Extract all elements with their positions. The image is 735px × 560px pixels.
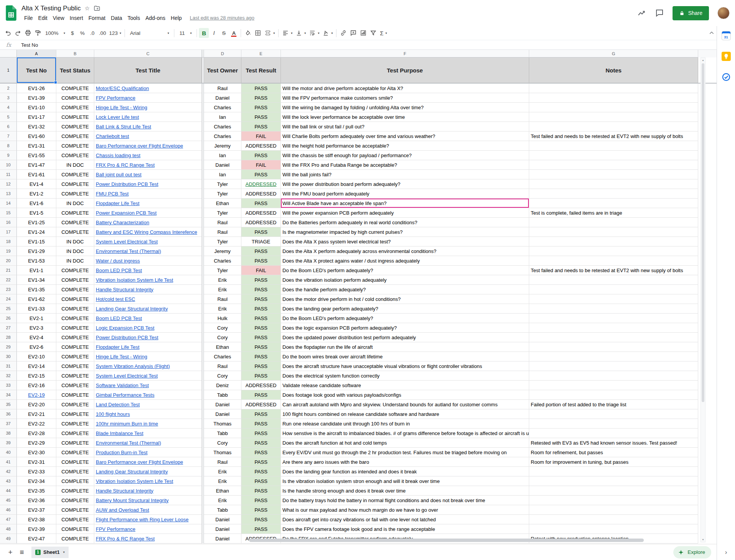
row-header-28[interactable]: 28 <box>0 333 17 342</box>
menu-help[interactable]: Help <box>168 15 185 21</box>
create-filter-button[interactable] <box>368 28 378 38</box>
cell-B19[interactable]: IN DOC <box>56 246 94 256</box>
row-header-39[interactable]: 39 <box>0 438 17 448</box>
cell-F3[interactable]: Will the FPV performance make customers … <box>281 93 529 103</box>
cell-C21[interactable]: Boom LED PCB Test <box>94 266 202 275</box>
insert-comment-button[interactable] <box>348 28 358 38</box>
cell-G48[interactable] <box>529 524 698 534</box>
cell-D25[interactable]: Erik <box>204 304 241 314</box>
print-button[interactable] <box>23 28 33 38</box>
cell-D11[interactable]: Ian <box>204 170 241 179</box>
cell-G16[interactable] <box>529 218 698 227</box>
row-header-20[interactable]: 20 <box>0 256 17 266</box>
cell-E38[interactable]: PASS <box>241 429 281 438</box>
cell-G4[interactable] <box>529 103 698 112</box>
user-avatar[interactable] <box>717 7 730 19</box>
row-header-33[interactable]: 33 <box>0 381 17 390</box>
row-header-7[interactable]: 7 <box>0 131 17 141</box>
cell-E7[interactable]: FAIL <box>241 131 281 141</box>
cell-D13[interactable]: Tyler <box>204 189 241 199</box>
cell-C26[interactable]: Boom LED PCB Test <box>94 314 202 323</box>
row-header-5[interactable]: 5 <box>0 112 17 122</box>
cell-B3[interactable]: COMPLETE <box>56 93 94 103</box>
cell-G14[interactable] <box>529 199 698 208</box>
menu-file[interactable]: File <box>21 15 36 21</box>
cell-C16[interactable]: Battery Characterization <box>94 218 202 227</box>
cell-C4[interactable]: Hinge Life Test - Wiring <box>94 103 202 112</box>
cell-D8[interactable]: Jeremy <box>204 141 241 151</box>
cell-A46[interactable]: EV2-37 <box>17 505 56 515</box>
cell-D12[interactable]: Tyler <box>204 179 241 189</box>
cell-G27[interactable] <box>529 323 698 333</box>
cell-B18[interactable]: IN DOC <box>56 237 94 246</box>
column-header-A[interactable]: A <box>17 50 56 57</box>
cell-C19[interactable]: Environmental Test (Thermal) <box>94 246 202 256</box>
row-header-16[interactable]: 16 <box>0 218 17 227</box>
cell-D5[interactable]: Ian <box>204 112 241 122</box>
cell-F24[interactable]: Does the motor drive perform in hot / co… <box>281 294 529 304</box>
cell-A17[interactable]: EV1-24 <box>17 227 56 237</box>
cell-E27[interactable]: PASS <box>241 323 281 333</box>
cell-F23[interactable]: Does the handle perform adequately? <box>281 285 529 294</box>
text-color-button[interactable]: A <box>229 28 239 38</box>
cell-D28[interactable]: Cory <box>204 333 241 342</box>
cell-B22[interactable]: COMPLETE <box>56 275 94 285</box>
cell-B45[interactable]: COMPLETE <box>56 496 94 505</box>
sheets-logo-icon[interactable] <box>5 5 18 21</box>
cell-E37[interactable]: PASS <box>241 419 281 429</box>
cell-B25[interactable]: COMPLETE <box>56 304 94 314</box>
cell-B38[interactable]: COMPLETE <box>56 429 94 438</box>
cell-B26[interactable]: COMPLETE <box>56 314 94 323</box>
row-header-8[interactable]: 8 <box>0 141 17 151</box>
menu-insert[interactable]: Insert <box>67 15 86 21</box>
cell-F9[interactable]: Will the chassis be stiff enough for pay… <box>281 151 529 160</box>
cell-A40[interactable]: EV2-30 <box>17 448 56 457</box>
cell-C37[interactable]: 100hr minimum Burn in time <box>94 419 202 429</box>
cell-E14[interactable]: PASS <box>241 199 281 208</box>
cell-C42[interactable]: Landing Gear Structural Integrity <box>94 467 202 476</box>
cell-B35[interactable]: COMPLETE <box>56 400 94 409</box>
comment-history-icon[interactable] <box>655 8 664 18</box>
cell-E18[interactable]: TRIAGE <box>241 237 281 246</box>
cell-C38[interactable]: Blade Imbalance Test <box>94 429 202 438</box>
cell-E11[interactable]: PASS <box>241 170 281 179</box>
cell-A39[interactable]: EV2-29 <box>17 438 56 448</box>
cell-D32[interactable]: Cory <box>204 371 241 381</box>
tasks-icon[interactable] <box>721 72 731 82</box>
cell-G1[interactable]: Notes <box>529 57 698 83</box>
cell-E48[interactable]: PASS <box>241 524 281 534</box>
cell-F16[interactable]: Do the Batteries perform adequately in r… <box>281 218 529 227</box>
cell-D26[interactable]: Hulk <box>204 314 241 323</box>
cell-A45[interactable]: EV2-36 <box>17 496 56 505</box>
cell-G39[interactable]: Retested with EV3 as EV5 had known senso… <box>529 438 698 448</box>
cell-D42[interactable]: Erik <box>204 467 241 476</box>
row-header-42[interactable]: 42 <box>0 467 17 476</box>
text-wrap-button[interactable]: ▾ <box>307 28 321 38</box>
cell-B1[interactable]: Test Status <box>56 57 94 83</box>
fill-color-button[interactable] <box>243 28 253 38</box>
cell-D3[interactable]: Daniel <box>204 93 241 103</box>
undo-button[interactable] <box>3 28 13 38</box>
cell-F46[interactable]: What is our max payload and how much mar… <box>281 505 529 515</box>
cell-F4[interactable]: Will the wiring be damaged by folding / … <box>281 103 529 112</box>
cell-G42[interactable] <box>529 467 698 476</box>
explore-button[interactable]: Explore <box>673 546 711 558</box>
cell-B24[interactable]: COMPLETE <box>56 294 94 304</box>
cell-C1[interactable]: Test Title <box>94 57 202 83</box>
cell-B2[interactable]: COMPLETE <box>56 84 94 93</box>
cell-A11[interactable]: EV1-61 <box>17 170 56 179</box>
column-header-B[interactable]: B <box>56 50 94 57</box>
cell-E23[interactable]: PASS <box>241 285 281 294</box>
cell-B32[interactable]: COMPLETE <box>56 371 94 381</box>
cell-G18[interactable] <box>529 237 698 246</box>
cell-E32[interactable]: PASS <box>241 371 281 381</box>
insert-link-button[interactable] <box>338 28 348 38</box>
cell-E35[interactable]: ADDRESSED <box>241 400 281 409</box>
cell-D40[interactable]: Thomas <box>204 448 241 457</box>
cell-D19[interactable]: Jeremy <box>204 246 241 256</box>
row-header-25[interactable]: 25 <box>0 304 17 314</box>
cell-F18[interactable]: Does the Alta X pass system level electr… <box>281 237 529 246</box>
cell-G15[interactable]: Test is complete, failed items are in tr… <box>529 208 698 218</box>
cell-F1[interactable]: Test Purpose <box>281 57 529 83</box>
cell-F19[interactable]: Does the Alta X perform adequately acros… <box>281 246 529 256</box>
